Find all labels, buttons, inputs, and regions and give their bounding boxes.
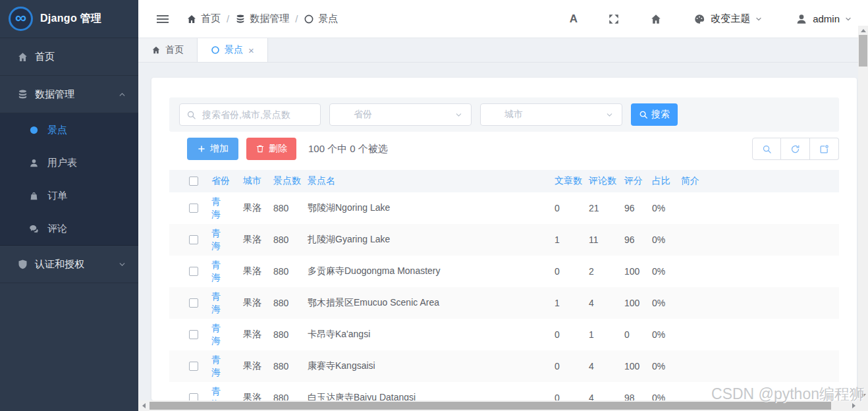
breadcrumb-separator: / — [295, 13, 298, 24]
circle-icon — [211, 45, 220, 55]
table-row: 青海 果洛 880 鄂木措景区Emucuo Scenic Area 1 4 10… — [169, 287, 839, 319]
fullscreen-icon[interactable] — [608, 13, 620, 25]
province-link[interactable]: 青海 — [211, 227, 222, 252]
province-cell: 青海 — [211, 259, 243, 284]
row-checkbox[interactable] — [189, 204, 198, 213]
sidebar-item-data-management[interactable]: 数据管理 — [0, 76, 138, 113]
sidebar-item-auth[interactable]: 认证和授权 — [0, 246, 138, 283]
vertical-scrollbar[interactable] — [858, 26, 868, 411]
column-header-score[interactable]: 评分 — [624, 175, 652, 187]
column-header-articles[interactable]: 文章数 — [555, 175, 589, 187]
comments-cell: 4 — [589, 298, 624, 308]
province-link[interactable]: 青海 — [211, 290, 222, 315]
sidebar-item-label: 用户表 — [47, 157, 77, 169]
spot-name-cell: 鄂木措景区Emucuo Scenic Area — [308, 297, 555, 309]
column-search-button[interactable] — [752, 138, 781, 160]
add-button[interactable]: 增加 — [187, 138, 238, 160]
row-checkbox[interactable] — [189, 298, 198, 308]
comments-cell: 4 — [589, 361, 624, 371]
row-checkbox[interactable] — [189, 362, 198, 371]
delete-button[interactable]: 删除 — [246, 138, 296, 160]
score-cell: 100 — [624, 266, 652, 277]
spot-name-cell: 白玉达唐寺Baiyu Datangsi — [308, 392, 555, 400]
spot-count-cell: 880 — [273, 329, 308, 340]
sidebar-item-comments[interactable]: 评论 — [0, 212, 138, 245]
city-cell: 果洛 — [243, 265, 273, 277]
ratio-cell: 0% — [652, 266, 681, 277]
table-row: 青海 果洛 880 鄂陵湖Ngoring Lake 0 21 96 0% — [169, 192, 839, 224]
infinity-logo-icon: ∞ — [9, 7, 33, 31]
province-link[interactable]: 青海 — [211, 354, 222, 379]
close-icon[interactable]: × — [248, 45, 254, 55]
sidebar-item-label: 评论 — [47, 223, 67, 235]
row-checkbox[interactable] — [189, 267, 198, 276]
scrollbar-right-arrow[interactable] — [849, 400, 858, 411]
sidebar-item-home[interactable]: 首页 — [0, 38, 138, 76]
column-header-name[interactable]: 景点名 — [308, 175, 555, 187]
sidebar-item-spots[interactable]: 景点 — [0, 113, 138, 146]
scrollbar-up-arrow[interactable] — [858, 26, 868, 35]
province-link[interactable]: 青海 — [211, 385, 222, 400]
spot-count-cell: 880 — [273, 234, 308, 245]
sidebar-item-orders[interactable]: 订单 — [0, 179, 138, 212]
username-label: admin — [813, 13, 840, 24]
articles-cell: 0 — [555, 361, 589, 371]
sidebar-item-label: 数据管理 — [35, 88, 74, 101]
breadcrumb-item-data-management[interactable]: 数据管理 — [235, 13, 289, 25]
horizontal-scrollbar-thumb[interactable] — [149, 402, 831, 410]
home-icon — [17, 51, 29, 63]
scrollbar-left-arrow[interactable] — [139, 400, 148, 411]
tab-home[interactable]: 首页 — [138, 38, 198, 62]
refresh-button[interactable] — [781, 138, 810, 160]
sidebar-item-label: 景点 — [47, 124, 67, 136]
row-checkbox[interactable] — [189, 235, 198, 244]
theme-switcher[interactable]: 改变主题 — [693, 13, 763, 25]
search-input-wrapper — [179, 103, 321, 126]
row-checkbox[interactable] — [189, 393, 198, 400]
province-link[interactable]: 青海 — [211, 322, 222, 347]
home-button-icon[interactable] — [650, 13, 662, 25]
sidebar-item-users[interactable]: 用户表 — [0, 146, 138, 179]
column-header-city[interactable]: 城市 — [243, 175, 273, 187]
user-icon — [29, 157, 40, 168]
column-header-comments[interactable]: 评论数 — [589, 175, 624, 187]
comments-icon — [29, 223, 40, 234]
articles-cell: 0 — [555, 266, 589, 277]
horizontal-scrollbar[interactable] — [138, 400, 858, 411]
province-select[interactable]: 省份 — [329, 103, 472, 126]
comments-cell: 1 — [589, 329, 624, 340]
spot-name-cell: 卡昂寺Ka'angsi — [308, 329, 555, 341]
database-icon — [17, 88, 29, 100]
breadcrumb-separator: / — [227, 13, 229, 24]
scrollbar-down-arrow[interactable] — [858, 391, 868, 400]
app-logo: ∞ Django 管理 — [0, 0, 138, 38]
vertical-scrollbar-thumb[interactable] — [859, 35, 867, 67]
sidebar-item-label: 认证和授权 — [35, 258, 84, 271]
search-input[interactable] — [201, 109, 313, 121]
city-select[interactable]: 城市 — [480, 103, 622, 126]
spot-name-cell: 扎陵湖Gyaring Lake — [308, 234, 555, 246]
export-button[interactable] — [810, 138, 839, 160]
sidebar-item-label: 订单 — [47, 190, 67, 202]
province-link[interactable]: 青海 — [211, 259, 222, 284]
row-checkbox[interactable] — [189, 330, 198, 339]
column-header-province[interactable]: 省份 — [211, 175, 243, 187]
select-all-checkbox[interactable] — [189, 177, 198, 186]
hamburger-menu-icon[interactable] — [157, 13, 169, 25]
search-button[interactable]: 搜索 — [631, 103, 678, 126]
comments-cell: 21 — [589, 203, 624, 213]
user-menu[interactable]: admin — [796, 13, 852, 25]
header-checkbox-cell — [169, 177, 211, 186]
column-header-intro[interactable]: 简介 — [681, 175, 839, 187]
circle-icon — [29, 124, 40, 135]
tab-spots[interactable]: 景点 × — [198, 38, 268, 62]
province-link[interactable]: 青海 — [211, 196, 222, 221]
column-header-ratio[interactable]: 占比 — [652, 175, 681, 187]
breadcrumb-item-home[interactable]: 首页 — [186, 13, 221, 25]
city-cell: 果洛 — [243, 392, 273, 400]
topbar: 首页 / 数据管理 / 景点 A — [138, 0, 868, 38]
palette-icon — [693, 13, 705, 25]
spot-name-cell: 多贡麻寺Duogongma Monastery — [308, 265, 555, 277]
column-header-spot-count[interactable]: 景点数 — [273, 175, 308, 187]
language-button[interactable]: A — [570, 13, 578, 26]
